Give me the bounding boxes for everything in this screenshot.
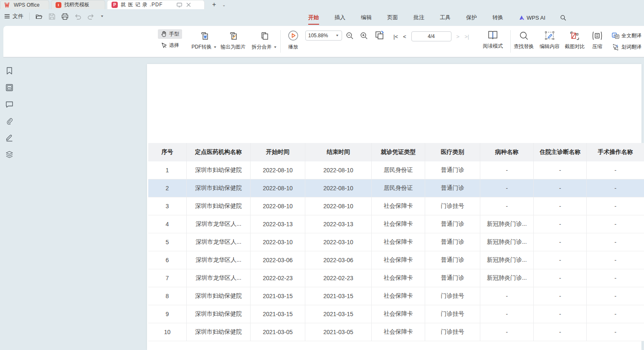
table-cell: 2022-08-10: [251, 179, 305, 197]
zoom-out-button[interactable]: [344, 31, 355, 41]
table-row[interactable]: 1深圳市妇幼保健院2022-08-102022-08-10居民身份证普通门诊--…: [148, 161, 644, 179]
zoom-level-select[interactable]: 105.88% ▼: [305, 31, 342, 41]
hand-tool-button[interactable]: 手型: [158, 29, 182, 39]
menu-item-convert[interactable]: 转换: [492, 12, 504, 23]
table-row[interactable]: 8深圳市妇幼保健院2021-03-152021-03-15社会保障卡门诊挂号--…: [148, 287, 644, 305]
comment-icon[interactable]: [5, 100, 13, 108]
table-cell: 3: [148, 197, 187, 215]
table-cell: 2022-08-10: [305, 161, 372, 179]
edit-content-button[interactable]: 编辑内容: [538, 31, 561, 50]
table-header-cell: 就诊凭证类型: [372, 143, 425, 161]
table-cell: -: [587, 215, 644, 233]
table-cell: 8: [148, 287, 187, 305]
table-row[interactable]: 6深圳市龙华区人...2022-03-062022-03-06社会保障卡普通门诊…: [148, 251, 644, 269]
table-row[interactable]: 9深圳市妇幼保健院2021-03-152021-03-15社会保障卡门诊挂号--…: [148, 305, 644, 323]
open-folder-icon[interactable]: [35, 13, 43, 20]
select-tool-button[interactable]: 选择: [158, 41, 182, 50]
bookmark-icon[interactable]: [5, 67, 13, 75]
table-cell: -: [534, 287, 587, 305]
table-row[interactable]: 4深圳市龙华区人...2022-03-132022-03-13社会保障卡普通门诊…: [148, 215, 644, 233]
tab-docer-template[interactable]: ι 找稻壳模板: [51, 0, 105, 9]
ribbon-toolbar: 手型 选择 PDF转换▼ 输出为图片 拆分合并▼ 播放 105.88% ▼ 1:…: [3, 26, 644, 57]
close-tab-icon[interactable]: [186, 3, 191, 7]
tab-label: 找稻壳模板: [64, 1, 89, 8]
table-cell: -: [587, 161, 644, 179]
screenshot-compare-label: 截图对比: [565, 43, 585, 50]
menu-item-page[interactable]: 页面: [386, 12, 399, 23]
undo-icon[interactable]: [74, 13, 81, 20]
menu-search-icon[interactable]: [560, 15, 566, 21]
table-cell: 社会保障卡: [372, 269, 425, 287]
tab-document-pdf[interactable]: P 就 医 记 录 .PDF: [107, 0, 205, 9]
read-mode-button[interactable]: 阅读模式: [481, 30, 505, 50]
previous-page-button[interactable]: <: [403, 33, 406, 40]
table-cell: 深圳市龙华区人...: [187, 269, 251, 287]
menu-item-insert[interactable]: 插入: [334, 12, 346, 23]
word-translate-button[interactable]: 文A 划词翻译 ▼: [609, 42, 644, 52]
table-row[interactable]: 10深圳市妇幼保健院2021-03-052021-03-05社会保障卡门诊挂号-…: [148, 323, 644, 341]
table-row[interactable]: 5深圳市龙华区人...2022-03-102022-03-10社会保障卡普通门诊…: [148, 233, 644, 251]
qat-chevron-icon[interactable]: ▼: [100, 15, 104, 18]
compress-button[interactable]: 压缩: [589, 31, 606, 50]
save-icon[interactable]: [48, 13, 56, 20]
menu-item-annotate[interactable]: 批注: [413, 12, 425, 23]
compress-icon: [592, 31, 603, 41]
table-cell: -: [534, 323, 587, 341]
table-row[interactable]: 7深圳市龙华区人...2022-02-232022-02-23社会保障卡普通门诊…: [148, 269, 644, 287]
tab-wps-office[interactable]: WPS Office: [0, 0, 49, 9]
redo-icon[interactable]: [87, 13, 94, 20]
new-tab-button[interactable]: +: [212, 1, 216, 8]
thumbnail-icon[interactable]: [5, 84, 13, 92]
attachment-icon[interactable]: [5, 117, 13, 125]
table-cell: 深圳市妇幼保健院: [187, 323, 251, 341]
first-page-button[interactable]: |<: [393, 33, 398, 40]
find-replace-button[interactable]: 查找替换: [512, 31, 535, 50]
table-cell: -: [480, 179, 534, 197]
table-cell: -: [534, 215, 587, 233]
pdf-page: 序号定点医药机构名称开始时间结束时间就诊凭证类型医疗类别病种名称住院主诊断名称手…: [147, 64, 641, 350]
wps-logo-icon: [5, 2, 11, 8]
rotate-document-icon[interactable]: [374, 30, 385, 41]
edit-content-icon: [545, 31, 555, 41]
file-menu-button[interactable]: 文件: [4, 13, 23, 20]
full-text-translate-button[interactable]: A 全文翻译: [609, 31, 644, 41]
divider: [29, 13, 30, 20]
zoom-in-button[interactable]: [358, 31, 369, 41]
table-row[interactable]: 2深圳市妇幼保健院2022-08-102022-08-10居民身份证普通门诊--…: [148, 179, 644, 197]
pdf-convert-button[interactable]: PDF转换▼: [190, 31, 218, 51]
table-cell: 2022-08-10: [305, 197, 372, 215]
table-header-cell: 定点医药机构名称: [187, 143, 251, 161]
export-image-icon: [228, 31, 238, 41]
chevron-down-icon: ▼: [274, 46, 277, 49]
menu-row: 文件 ▼ 开始 插入 编辑 页面 批注 工具 保护 转换 WPS AI: [0, 9, 644, 26]
table-cell: 深圳市妇幼保健院: [187, 287, 251, 305]
play-button[interactable]: 播放: [284, 30, 302, 51]
last-page-button[interactable]: >|: [464, 33, 469, 40]
menu-item-edit[interactable]: 编辑: [360, 12, 373, 23]
page-indicator-input[interactable]: 4/4: [411, 31, 451, 41]
menu-item-tools[interactable]: 工具: [439, 12, 451, 23]
export-image-button[interactable]: 输出为图片: [217, 31, 249, 51]
menu-item-protect[interactable]: 保护: [465, 12, 478, 23]
print-icon[interactable]: [61, 13, 68, 20]
play-label: 播放: [288, 43, 298, 51]
layers-icon[interactable]: [5, 151, 13, 158]
screenshot-compare-button[interactable]: 截图对比: [563, 31, 586, 50]
table-cell: -: [480, 197, 534, 215]
next-page-button[interactable]: >: [456, 33, 460, 40]
table-cell: -: [480, 305, 534, 323]
signature-icon[interactable]: [5, 134, 13, 142]
split-merge-button[interactable]: 拆分合并▼: [250, 31, 279, 51]
tab-list-chevron-icon[interactable]: ⌄: [222, 3, 226, 7]
monitor-icon[interactable]: [177, 3, 182, 8]
table-cell: 深圳市龙华区人...: [187, 251, 251, 269]
screenshot-compare-icon: [570, 31, 580, 41]
hand-icon: [161, 31, 167, 37]
table-row[interactable]: 3深圳市妇幼保健院2022-08-102022-08-10社会保障卡门诊挂号--…: [148, 197, 644, 215]
zoom-in-icon: [360, 32, 368, 40]
table-cell: 新冠肺炎门诊...: [480, 251, 534, 269]
table-cell: -: [587, 323, 644, 341]
split-merge-label: 拆分合并: [252, 43, 272, 51]
menu-item-wps-ai[interactable]: WPS AI: [518, 13, 546, 23]
menu-item-home[interactable]: 开始: [307, 12, 320, 23]
